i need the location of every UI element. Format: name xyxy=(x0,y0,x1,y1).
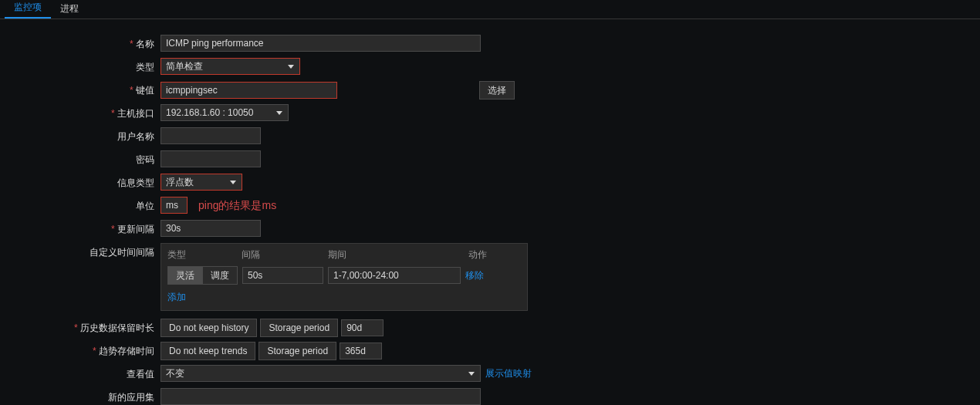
history-storage-button[interactable]: Storage period xyxy=(260,319,338,337)
type-select[interactable]: 简单检查 xyxy=(161,58,300,75)
label-history: 历史数据保留时长 xyxy=(0,319,161,337)
label-new-appset: 新的应用集 xyxy=(0,388,161,405)
username-input[interactable] xyxy=(161,127,261,144)
key-input[interactable] xyxy=(161,82,337,99)
label-info-type: 信息类型 xyxy=(0,174,161,192)
ci-seg-scheduling[interactable]: 调度 xyxy=(203,267,237,284)
ci-header-interval: 间隔 xyxy=(242,248,328,262)
ci-seg-flexible[interactable]: 灵活 xyxy=(168,267,203,284)
show-value-mapping-link[interactable]: 展示值映射 xyxy=(485,367,532,380)
ci-type-segment[interactable]: 灵活 调度 xyxy=(167,266,238,285)
trends-value-input[interactable] xyxy=(340,343,382,359)
label-unit: 单位 xyxy=(0,197,161,215)
label-custom-interval: 自定义时间间隔 xyxy=(0,243,161,262)
ci-header-action: 动作 xyxy=(468,248,487,262)
trends-no-keep-button[interactable]: Do not keep trends xyxy=(161,342,255,360)
ci-remove-link[interactable]: 移除 xyxy=(465,269,484,282)
label-update-interval: 更新间隔 xyxy=(0,220,161,238)
trends-storage-button[interactable]: Storage period xyxy=(259,342,336,360)
tab-item[interactable]: 监控项 xyxy=(5,0,51,19)
history-value-input[interactable] xyxy=(341,319,384,336)
new-appset-input[interactable] xyxy=(161,388,481,405)
history-no-keep-button[interactable]: Do not keep history xyxy=(161,319,257,337)
password-input[interactable] xyxy=(161,150,261,167)
ci-header-type: 类型 xyxy=(167,248,242,262)
label-name: 名称 xyxy=(0,35,161,53)
ci-period-input[interactable] xyxy=(328,267,461,284)
label-password: 密码 xyxy=(0,150,161,169)
label-type: 类型 xyxy=(0,58,161,76)
unit-annotation: ping的结果是ms xyxy=(198,197,276,214)
label-username: 用户名称 xyxy=(0,127,161,146)
name-input[interactable] xyxy=(161,35,481,52)
label-trends: 趋势存储时间 xyxy=(0,342,161,360)
label-key: 键值 xyxy=(0,81,161,100)
unit-input[interactable] xyxy=(161,197,188,214)
update-interval-input[interactable] xyxy=(161,220,261,237)
label-host-iface: 主机接口 xyxy=(0,104,161,123)
ci-header-period: 期间 xyxy=(328,248,468,262)
info-type-select[interactable]: 浮点数 xyxy=(161,174,242,191)
label-show-value: 查看值 xyxy=(0,365,161,383)
tab-process[interactable]: 进程 xyxy=(51,0,88,19)
show-value-select[interactable]: 不变 xyxy=(161,365,481,382)
key-select-button[interactable]: 选择 xyxy=(479,81,515,100)
ci-interval-input[interactable] xyxy=(242,267,323,284)
host-iface-select[interactable]: 192.168.1.60 : 10050 xyxy=(161,104,289,121)
ci-add-link[interactable]: 添加 xyxy=(167,292,186,302)
